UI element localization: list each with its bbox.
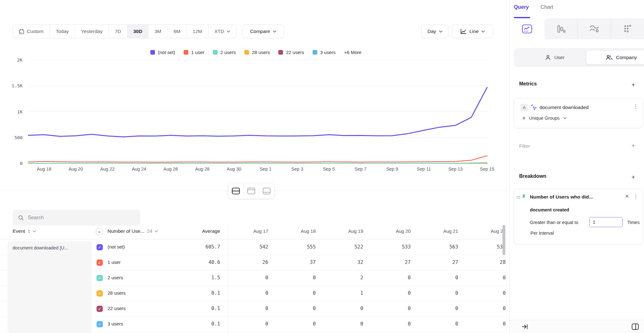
metric-aggregation-dropdown[interactable]: # Unique Groups: [523, 116, 567, 121]
event-column-header[interactable]: Event 1: [13, 228, 36, 234]
x-axis-label: Sep 9: [386, 166, 398, 172]
breakdown-menu-button[interactable]: ⋮: [633, 194, 638, 200]
row-checkbox[interactable]: ✓: [97, 321, 103, 327]
chart-type-matrix-button[interactable]: [611, 18, 644, 39]
select-all-checkbox[interactable]: –: [96, 228, 103, 235]
x-axis-label: Aug 18: [37, 166, 51, 172]
legend-item[interactable]: (not set): [150, 50, 175, 55]
user-icon: [545, 55, 551, 61]
value-cell: 0: [323, 301, 370, 316]
range-button-3m[interactable]: 3M: [148, 25, 168, 38]
legend-item[interactable]: 2 users: [213, 50, 236, 55]
range-button-12m[interactable]: 12M: [187, 25, 208, 38]
chevron-down-icon: [439, 30, 442, 33]
value-cell: 0: [465, 270, 507, 286]
series-column-header[interactable]: Number of Use... 24: [108, 228, 158, 234]
range-button-6m[interactable]: 6M: [168, 25, 187, 38]
breakdown-condition-label[interactable]: Greater than or equal to: [530, 220, 578, 225]
range-button-custom[interactable]: Custom: [13, 25, 50, 38]
date-column-header[interactable]: Aug 22: [465, 225, 507, 239]
value-cell: 0: [418, 317, 465, 332]
range-button-30d[interactable]: 30D: [127, 25, 148, 38]
breakdown-value-input[interactable]: [589, 217, 623, 227]
chevron-down-icon: [155, 230, 158, 232]
value-cell: 2: [323, 270, 370, 286]
average-column-header[interactable]: Average: [170, 228, 220, 234]
series-count: 24: [147, 228, 152, 234]
value-cell: 0: [418, 286, 465, 301]
tab-chart[interactable]: Chart: [541, 4, 553, 10]
layout-table-only-button[interactable]: [259, 183, 274, 199]
row-checkbox[interactable]: ✓: [97, 275, 103, 281]
legend-label: 22 users: [286, 50, 304, 55]
y-axis-label: 500: [14, 135, 23, 140]
toolbar: CustomTodayYesterday7D30D3M6M12MXTD Comp…: [0, 25, 509, 38]
date-column-header[interactable]: Aug 21: [418, 225, 465, 239]
chart-type-line-button[interactable]: [510, 18, 544, 39]
table-scrollbar[interactable]: [502, 225, 505, 255]
legend-item[interactable]: 22 users: [278, 50, 304, 55]
chart-type-dropdown[interactable]: Line: [452, 25, 493, 38]
legend-item[interactable]: 1 user: [184, 50, 204, 55]
value-cell: 0: [228, 301, 275, 316]
row-checkbox[interactable]: ✓: [97, 259, 103, 266]
range-button-yesterday[interactable]: Yesterday: [75, 25, 109, 38]
legend-label: (not set): [158, 50, 175, 55]
drag-handle-icon[interactable]: [517, 196, 520, 199]
add-metric-button[interactable]: +: [630, 81, 637, 89]
panel-layout-icon[interactable]: [631, 323, 639, 331]
row-checkbox[interactable]: ✓: [97, 290, 103, 297]
add-breakdown-button[interactable]: +: [630, 173, 637, 181]
metric-card[interactable]: A document downloaded ⋮ # Unique Groups: [514, 98, 643, 128]
x-axis-label: Sep 3: [291, 166, 303, 172]
interval-dropdown[interactable]: Day: [421, 25, 448, 38]
range-button-7d[interactable]: 7D: [109, 25, 127, 38]
breakdown-section-title: Breakdown: [519, 173, 546, 179]
x-axis-label: Aug 22: [100, 166, 115, 172]
x-axis-label: Aug 26: [164, 166, 178, 172]
scope-company-button[interactable]: Company: [586, 51, 644, 64]
series-line-1-user[interactable]: [28, 156, 487, 162]
search-input[interactable]: [28, 215, 135, 221]
chart-type-flow-button[interactable]: [578, 18, 611, 39]
row-checkbox[interactable]: ✓: [97, 244, 103, 250]
series-line--not-set-[interactable]: [28, 87, 487, 137]
series-line-2-users[interactable]: [28, 162, 487, 163]
x-axis-label: Sep 7: [355, 166, 367, 172]
scope-user-button[interactable]: User: [531, 48, 578, 67]
date-column-header[interactable]: Aug 18: [275, 225, 323, 239]
range-label: XTD: [214, 29, 224, 34]
breakdown-event-name: document created: [530, 207, 569, 212]
chart-type-bar-button[interactable]: [544, 18, 578, 39]
date-column-header[interactable]: Aug 17: [228, 225, 275, 239]
legend-item[interactable]: 3 users: [313, 50, 336, 55]
value-cell: 537: [465, 240, 507, 255]
date-range-group: CustomTodayYesterday7D30D3M6M12MXTD: [13, 25, 236, 38]
range-button-today[interactable]: Today: [50, 25, 75, 38]
compare-button[interactable]: Compare: [242, 25, 284, 38]
range-button-xtd[interactable]: XTD: [208, 25, 236, 38]
collapse-panel-icon[interactable]: [521, 323, 529, 330]
value-cell: 0: [418, 301, 465, 316]
chart-legend: (not set)1 user2 users28 users22 users3 …: [150, 48, 362, 56]
event-group-cell[interactable]: document downloaded [U...: [8, 241, 92, 333]
range-label: 3M: [154, 29, 161, 34]
date-column-header[interactable]: Aug 19: [323, 225, 370, 239]
legend-label: 2 users: [220, 50, 236, 55]
row-average: 0.1: [170, 290, 220, 296]
breakdown-per-interval-label[interactable]: Per Interval: [530, 231, 554, 236]
remove-breakdown-button[interactable]: ✕: [625, 194, 629, 199]
tab-query[interactable]: Query: [514, 4, 529, 10]
legend-item[interactable]: 28 users: [244, 50, 270, 55]
row-checkbox[interactable]: ✓: [97, 306, 103, 312]
layout-split-button[interactable]: [228, 183, 244, 199]
add-filter-button[interactable]: +: [630, 142, 637, 150]
layout-chart-only-button[interactable]: [244, 183, 259, 199]
row-average: 40.6: [170, 259, 220, 265]
analytics-app: CustomTodayYesterday7D30D3M6M12MXTD Comp…: [0, 0, 644, 333]
legend-swatch: [278, 50, 283, 55]
breakdown-card[interactable]: # Number of Users who did... ✕ ⋮ documen…: [514, 188, 643, 244]
date-column-header[interactable]: Aug 20: [370, 225, 418, 239]
legend-more-button[interactable]: +6 More: [344, 50, 361, 55]
metric-menu-button[interactable]: ⋮: [633, 103, 638, 110]
